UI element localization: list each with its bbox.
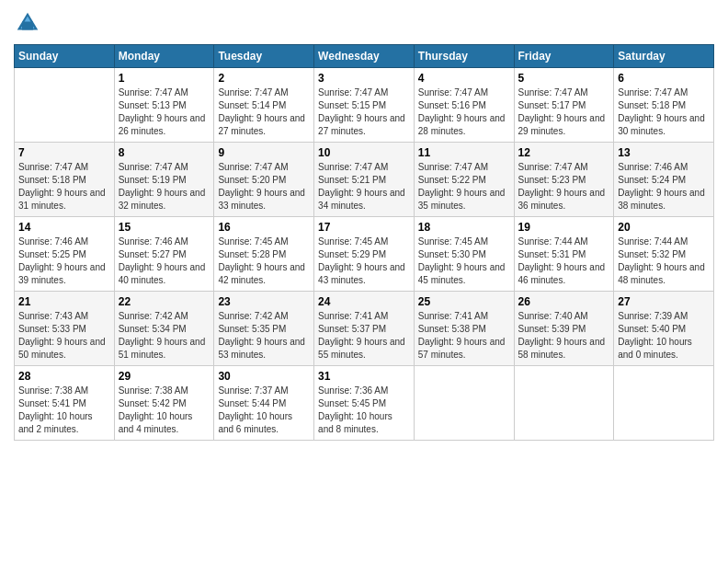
day-cell: 14Sunrise: 7:46 AMSunset: 5:25 PMDayligh… <box>15 217 115 292</box>
calendar-table: SundayMondayTuesdayWednesdayThursdayFrid… <box>14 44 714 441</box>
day-info: Sunrise: 7:46 AMSunset: 5:24 PMDaylight:… <box>618 161 710 213</box>
day-info: Sunrise: 7:47 AMSunset: 5:15 PMDaylight:… <box>318 86 410 138</box>
day-number: 21 <box>18 295 110 308</box>
day-cell: 7Sunrise: 7:47 AMSunset: 5:18 PMDaylight… <box>15 143 115 217</box>
weekday-header-friday: Friday <box>514 45 614 68</box>
day-info: Sunrise: 7:45 AMSunset: 5:30 PMDaylight:… <box>418 236 510 287</box>
day-info: Sunrise: 7:47 AMSunset: 5:18 PMDaylight:… <box>618 86 710 138</box>
day-number: 20 <box>618 221 710 234</box>
day-cell: 11Sunrise: 7:47 AMSunset: 5:22 PMDayligh… <box>414 143 514 217</box>
day-number: 25 <box>418 295 510 308</box>
weekday-header-thursday: Thursday <box>414 45 514 68</box>
day-number: 11 <box>418 146 510 159</box>
day-number: 28 <box>18 370 110 383</box>
header <box>14 9 714 37</box>
day-info: Sunrise: 7:47 AMSunset: 5:21 PMDaylight:… <box>318 161 410 213</box>
day-cell <box>514 366 614 441</box>
day-number: 14 <box>18 221 110 234</box>
day-number: 29 <box>119 370 210 383</box>
day-info: Sunrise: 7:37 AMSunset: 5:44 PMDaylight:… <box>218 385 310 436</box>
day-number: 27 <box>618 295 710 308</box>
weekday-header-row: SundayMondayTuesdayWednesdayThursdayFrid… <box>15 45 714 68</box>
day-info: Sunrise: 7:45 AMSunset: 5:29 PMDaylight:… <box>318 236 410 287</box>
week-row-4: 21Sunrise: 7:43 AMSunset: 5:33 PMDayligh… <box>15 292 714 366</box>
day-number: 9 <box>218 146 310 159</box>
day-cell: 21Sunrise: 7:43 AMSunset: 5:33 PMDayligh… <box>15 292 115 366</box>
day-number: 1 <box>119 72 210 85</box>
day-info: Sunrise: 7:47 AMSunset: 5:14 PMDaylight:… <box>218 86 310 138</box>
weekday-header-sunday: Sunday <box>15 45 115 68</box>
day-info: Sunrise: 7:40 AMSunset: 5:39 PMDaylight:… <box>518 310 610 362</box>
week-row-1: 1Sunrise: 7:47 AMSunset: 5:13 PMDaylight… <box>15 68 714 143</box>
day-info: Sunrise: 7:41 AMSunset: 5:38 PMDaylight:… <box>418 310 510 362</box>
day-cell: 24Sunrise: 7:41 AMSunset: 5:37 PMDayligh… <box>314 292 415 366</box>
day-info: Sunrise: 7:47 AMSunset: 5:18 PMDaylight:… <box>18 161 110 213</box>
day-number: 4 <box>418 72 510 85</box>
day-info: Sunrise: 7:41 AMSunset: 5:37 PMDaylight:… <box>318 310 410 362</box>
day-info: Sunrise: 7:44 AMSunset: 5:31 PMDaylight:… <box>518 236 610 287</box>
day-cell: 30Sunrise: 7:37 AMSunset: 5:44 PMDayligh… <box>214 366 314 441</box>
day-number: 12 <box>518 146 610 159</box>
day-cell: 27Sunrise: 7:39 AMSunset: 5:40 PMDayligh… <box>614 292 714 366</box>
day-info: Sunrise: 7:47 AMSunset: 5:20 PMDaylight:… <box>218 161 310 213</box>
day-cell: 4Sunrise: 7:47 AMSunset: 5:16 PMDaylight… <box>414 68 514 143</box>
day-cell: 23Sunrise: 7:42 AMSunset: 5:35 PMDayligh… <box>214 292 314 366</box>
day-cell: 25Sunrise: 7:41 AMSunset: 5:38 PMDayligh… <box>414 292 514 366</box>
day-number: 10 <box>318 146 410 159</box>
day-cell: 3Sunrise: 7:47 AMSunset: 5:15 PMDaylight… <box>314 68 415 143</box>
day-cell: 26Sunrise: 7:40 AMSunset: 5:39 PMDayligh… <box>514 292 614 366</box>
day-info: Sunrise: 7:43 AMSunset: 5:33 PMDaylight:… <box>18 310 110 362</box>
day-cell: 9Sunrise: 7:47 AMSunset: 5:20 PMDaylight… <box>214 143 314 217</box>
day-cell: 13Sunrise: 7:46 AMSunset: 5:24 PMDayligh… <box>614 143 714 217</box>
day-number: 8 <box>119 146 210 159</box>
day-number: 19 <box>518 221 610 234</box>
day-cell: 16Sunrise: 7:45 AMSunset: 5:28 PMDayligh… <box>214 217 314 292</box>
day-number: 5 <box>518 72 610 85</box>
day-number: 23 <box>218 295 310 308</box>
day-cell: 12Sunrise: 7:47 AMSunset: 5:23 PMDayligh… <box>514 143 614 217</box>
day-number: 15 <box>119 221 210 234</box>
day-info: Sunrise: 7:47 AMSunset: 5:19 PMDaylight:… <box>119 161 210 213</box>
day-cell: 18Sunrise: 7:45 AMSunset: 5:30 PMDayligh… <box>414 217 514 292</box>
weekday-header-monday: Monday <box>114 45 214 68</box>
week-row-5: 28Sunrise: 7:38 AMSunset: 5:41 PMDayligh… <box>15 366 714 441</box>
day-cell: 22Sunrise: 7:42 AMSunset: 5:34 PMDayligh… <box>114 292 214 366</box>
day-cell: 17Sunrise: 7:45 AMSunset: 5:29 PMDayligh… <box>314 217 415 292</box>
day-cell: 10Sunrise: 7:47 AMSunset: 5:21 PMDayligh… <box>314 143 415 217</box>
day-info: Sunrise: 7:47 AMSunset: 5:23 PMDaylight:… <box>518 161 610 213</box>
weekday-header-tuesday: Tuesday <box>214 45 314 68</box>
day-number: 6 <box>618 72 710 85</box>
day-cell: 1Sunrise: 7:47 AMSunset: 5:13 PMDaylight… <box>114 68 214 143</box>
day-cell: 31Sunrise: 7:36 AMSunset: 5:45 PMDayligh… <box>314 366 415 441</box>
day-info: Sunrise: 7:39 AMSunset: 5:40 PMDaylight:… <box>618 310 710 362</box>
day-number: 31 <box>318 370 410 383</box>
day-cell: 6Sunrise: 7:47 AMSunset: 5:18 PMDaylight… <box>614 68 714 143</box>
day-info: Sunrise: 7:47 AMSunset: 5:17 PMDaylight:… <box>518 86 610 138</box>
day-number: 18 <box>418 221 510 234</box>
weekday-header-wednesday: Wednesday <box>314 45 415 68</box>
day-number: 30 <box>218 370 310 383</box>
day-info: Sunrise: 7:47 AMSunset: 5:16 PMDaylight:… <box>418 86 510 138</box>
day-cell: 15Sunrise: 7:46 AMSunset: 5:27 PMDayligh… <box>114 217 214 292</box>
day-number: 3 <box>318 72 410 85</box>
day-cell: 29Sunrise: 7:38 AMSunset: 5:42 PMDayligh… <box>114 366 214 441</box>
logo <box>14 9 45 37</box>
week-row-3: 14Sunrise: 7:46 AMSunset: 5:25 PMDayligh… <box>15 217 714 292</box>
day-info: Sunrise: 7:47 AMSunset: 5:22 PMDaylight:… <box>418 161 510 213</box>
day-info: Sunrise: 7:45 AMSunset: 5:28 PMDaylight:… <box>218 236 310 287</box>
day-info: Sunrise: 7:44 AMSunset: 5:32 PMDaylight:… <box>618 236 710 287</box>
week-row-2: 7Sunrise: 7:47 AMSunset: 5:18 PMDaylight… <box>15 143 714 217</box>
day-info: Sunrise: 7:38 AMSunset: 5:42 PMDaylight:… <box>119 385 210 436</box>
day-number: 22 <box>119 295 210 308</box>
day-cell <box>414 366 514 441</box>
day-cell: 2Sunrise: 7:47 AMSunset: 5:14 PMDaylight… <box>214 68 314 143</box>
day-cell <box>614 366 714 441</box>
day-cell: 8Sunrise: 7:47 AMSunset: 5:19 PMDaylight… <box>114 143 214 217</box>
day-number: 2 <box>218 72 310 85</box>
day-info: Sunrise: 7:42 AMSunset: 5:35 PMDaylight:… <box>218 310 310 362</box>
day-info: Sunrise: 7:46 AMSunset: 5:25 PMDaylight:… <box>18 236 110 287</box>
day-info: Sunrise: 7:38 AMSunset: 5:41 PMDaylight:… <box>18 385 110 436</box>
page: SundayMondayTuesdayWednesdayThursdayFrid… <box>0 0 728 563</box>
day-cell: 20Sunrise: 7:44 AMSunset: 5:32 PMDayligh… <box>614 217 714 292</box>
weekday-header-saturday: Saturday <box>614 45 714 68</box>
